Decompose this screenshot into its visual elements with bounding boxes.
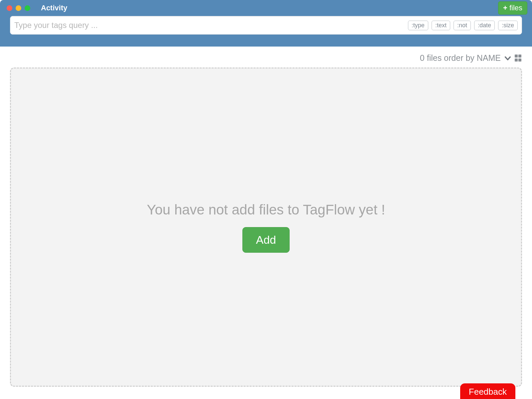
pill-size[interactable]: :size	[498, 21, 518, 30]
chevron-down-icon	[504, 55, 511, 62]
search-input[interactable]	[14, 21, 408, 30]
search-bar: :type :text :not :date :size	[10, 16, 522, 35]
close-window-button[interactable]	[7, 5, 12, 11]
add-files-button[interactable]: + files	[498, 1, 527, 15]
plus-icon: +	[503, 4, 507, 12]
status-text: 0 files order by NAME	[420, 53, 501, 63]
pill-date[interactable]: :date	[474, 21, 495, 30]
dropzone[interactable]: You have not add files to TagFlow yet ! …	[10, 67, 522, 387]
grid-view-toggle[interactable]	[515, 55, 522, 62]
grid-icon	[515, 59, 518, 62]
tag-pill-row: :type :text :not :date :size	[408, 21, 518, 30]
add-button[interactable]: Add	[242, 227, 290, 253]
empty-state-message: You have not add files to TagFlow yet !	[147, 202, 385, 218]
pill-not[interactable]: :not	[454, 21, 471, 30]
feedback-button[interactable]: Feedback	[460, 383, 515, 399]
grid-icon	[518, 59, 521, 62]
window-title: Activity	[41, 4, 67, 12]
titlebar: Activity + files :type :text :not :date …	[0, 0, 532, 47]
add-files-label: files	[509, 4, 522, 12]
grid-icon	[518, 55, 521, 58]
grid-icon	[515, 55, 518, 58]
titlebar-top: Activity + files	[0, 0, 532, 16]
sort-dropdown[interactable]	[504, 55, 511, 62]
pill-text[interactable]: :text	[432, 21, 450, 30]
zoom-window-button[interactable]	[25, 5, 30, 11]
minimize-window-button[interactable]	[16, 5, 21, 11]
status-row: 0 files order by NAME	[0, 47, 532, 67]
pill-type[interactable]: :type	[408, 21, 428, 30]
traffic-lights	[7, 5, 30, 11]
